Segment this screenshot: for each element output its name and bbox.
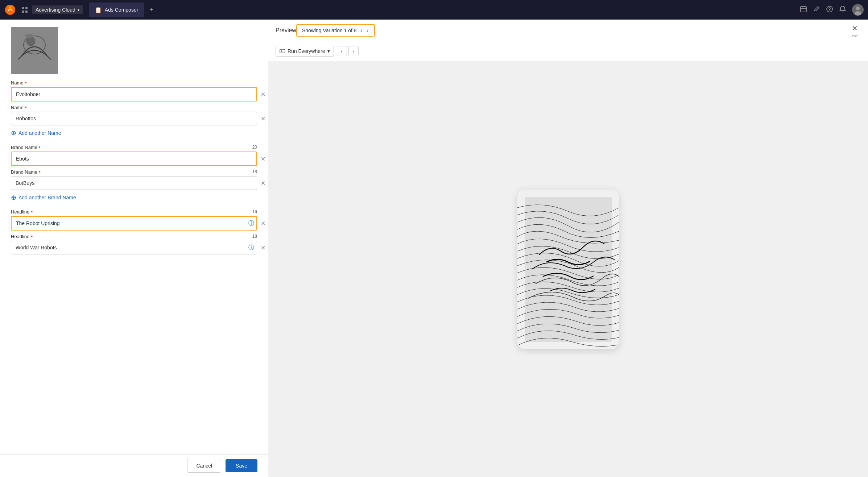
preview-prev-button[interactable]: ‹: [337, 46, 347, 56]
headline-label-row-2: Headline • 18: [11, 233, 257, 239]
svg-rect-4: [22, 11, 24, 13]
headline-char-count-1: 16: [252, 209, 257, 214]
headline-char-count-2: 18: [252, 234, 257, 239]
add-brand-name-label: Add another Brand Name: [18, 195, 76, 200]
preview-next-button[interactable]: ›: [348, 46, 359, 56]
brand-name-input-2[interactable]: [11, 176, 257, 190]
preview-header: Preview Showing Variation 1 of 8 ‹ › ✕ e…: [268, 20, 868, 41]
brand-name-input-wrap-1: ✕: [11, 152, 257, 166]
image-area: [11, 20, 257, 80]
add-tab-icon: +: [149, 6, 153, 14]
svg-rect-2: [22, 7, 24, 9]
preview-toolbar: Run Everywhere ▾ ‹ ›: [268, 41, 868, 61]
chevron-down-icon: ▾: [78, 8, 79, 12]
cancel-button[interactable]: Cancel: [187, 459, 221, 473]
top-navigation: Advertising Cloud ▾ 📋 Ads Composer +: [0, 0, 868, 20]
topnav-right-actions: [800, 4, 864, 16]
right-panel: Preview Showing Variation 1 of 8 ‹ › ✕ e…: [268, 20, 868, 477]
preview-content: [268, 61, 868, 477]
name-label-row-1: Name •: [11, 80, 257, 86]
bottom-action-bar: Cancel Save: [0, 454, 268, 477]
headline-info-icon-1[interactable]: ⓘ: [248, 220, 254, 227]
variation-next-button[interactable]: ›: [366, 27, 369, 34]
grid-icon[interactable]: [20, 5, 29, 14]
brand-name-field-group-1: Brand Name • 20 ✕: [11, 144, 257, 166]
headline-info-icon-2[interactable]: ⓘ: [248, 244, 254, 252]
ads-composer-tab[interactable]: 📋 Ads Composer: [89, 3, 144, 17]
name-input-2[interactable]: [11, 112, 257, 125]
name-input-1[interactable]: [11, 87, 257, 101]
left-panel: Name • ✕ Name • ✕ ⊕: [0, 20, 268, 477]
headline-input-2[interactable]: [11, 241, 257, 254]
calendar-icon[interactable]: [800, 5, 807, 14]
preview-ad-image: [517, 190, 619, 349]
headline-input-1[interactable]: [11, 216, 257, 231]
name-input-wrap-2: ✕: [11, 112, 257, 125]
svg-point-10: [856, 7, 860, 10]
preview-nav-controls: ‹ ›: [337, 46, 359, 56]
brand-name-remove-button-2[interactable]: ✕: [259, 179, 267, 187]
add-brand-name-button[interactable]: ⊕ Add another Brand Name: [11, 194, 257, 202]
help-icon[interactable]: [826, 5, 833, 14]
svg-point-11: [855, 11, 861, 16]
name-remove-button-1[interactable]: ✕: [259, 90, 267, 99]
required-indicator-6: •: [31, 233, 33, 239]
close-preview-button[interactable]: ✕ esc: [849, 22, 861, 38]
variation-text: Showing Variation 1 of 8: [302, 28, 357, 33]
variation-navigator: Showing Variation 1 of 8 ‹ ›: [296, 24, 375, 37]
variation-prev-button[interactable]: ‹: [360, 27, 363, 34]
run-everywhere-label: Run Everywhere: [288, 48, 325, 54]
headline-remove-button-1[interactable]: ✕: [259, 219, 267, 228]
name-label-2: Name •: [11, 104, 27, 110]
brand-name-char-count-1: 20: [252, 145, 257, 150]
add-tab-button[interactable]: +: [145, 4, 157, 16]
svg-rect-5: [25, 11, 28, 13]
brand-name-label-row-2: Brand Name • 18: [11, 169, 257, 175]
preview-phone-mock: [517, 190, 619, 349]
svg-point-14: [26, 37, 35, 46]
add-name-label: Add another Name: [18, 130, 61, 136]
headline-input-wrap-1: ⓘ ✕: [11, 216, 257, 231]
headline-label-row-1: Headline • 16: [11, 209, 257, 215]
brand-name-input-wrap-2: ✕: [11, 176, 257, 190]
add-name-button[interactable]: ⊕ Add another Name: [11, 129, 257, 137]
required-indicator-4: •: [39, 169, 41, 175]
required-indicator-5: •: [31, 209, 33, 215]
svg-point-8: [829, 11, 830, 11]
name-field-group-1: Name • ✕: [11, 80, 257, 101]
user-avatar[interactable]: [852, 4, 864, 16]
run-everywhere-chevron: ▾: [327, 48, 330, 54]
headline-field-group-1: Headline • 16 ⓘ ✕: [11, 209, 257, 231]
required-indicator-2: •: [25, 104, 27, 110]
name-input-wrap-1: ✕: [11, 87, 257, 101]
name-remove-button-2[interactable]: ✕: [259, 114, 267, 123]
svg-rect-6: [801, 7, 806, 12]
brand-name-remove-button-1[interactable]: ✕: [259, 154, 267, 163]
headline-field-group-2: Headline • 18 ⓘ ✕: [11, 233, 257, 254]
name-label-1: Name •: [11, 80, 27, 86]
brand-name-label-1: Brand Name •: [11, 144, 41, 150]
headline-label-2: Headline •: [11, 233, 33, 239]
app-logo: [4, 4, 16, 16]
name-label-row-2: Name •: [11, 104, 257, 110]
close-icon[interactable]: ✕: [849, 22, 861, 34]
brand-name-field-group-2: Brand Name • 18 ✕: [11, 169, 257, 190]
preview-title: Preview: [276, 27, 296, 34]
esc-label: esc: [852, 34, 858, 38]
run-everywhere-dropdown[interactable]: Run Everywhere ▾: [276, 46, 334, 57]
edit-icon[interactable]: [813, 5, 820, 14]
save-button[interactable]: Save: [226, 459, 257, 472]
ad-image-thumbnail[interactable]: [11, 27, 58, 74]
notifications-icon[interactable]: [839, 5, 846, 14]
headline-label-1: Headline •: [11, 209, 33, 215]
add-brand-name-icon: ⊕: [11, 194, 16, 202]
required-indicator-3: •: [39, 144, 41, 150]
tab-icon: 📋: [95, 7, 102, 13]
svg-point-1: [9, 7, 11, 9]
required-indicator-1: •: [25, 80, 27, 86]
headline-remove-button-2[interactable]: ✕: [259, 243, 267, 252]
brand-name-label-row-1: Brand Name • 20: [11, 144, 257, 150]
name-field-group-2: Name • ✕: [11, 104, 257, 125]
app-name-dropdown[interactable]: Advertising Cloud ▾: [32, 5, 83, 14]
brand-name-input-1[interactable]: [11, 152, 257, 166]
